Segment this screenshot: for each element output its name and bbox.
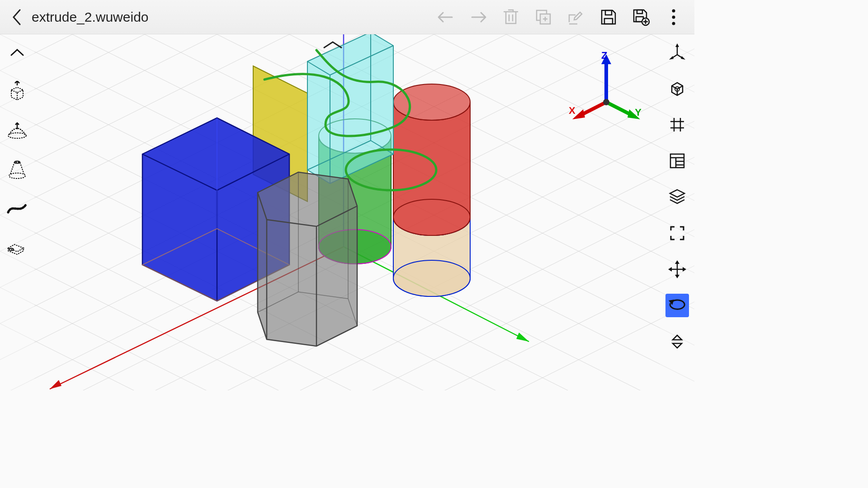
svg-rect-2 [604,19,613,24]
redo-button[interactable] [468,7,488,27]
extrude-icon [7,81,28,102]
left-toolbar [0,34,34,390]
undo-button[interactable] [436,7,456,27]
layers-panel-button[interactable] [665,149,689,173]
svg-marker-75 [675,275,679,278]
copy-icon [535,9,552,26]
cube-view-icon [668,80,686,98]
delete-button[interactable] [501,7,521,27]
arrow-left-icon [436,10,456,24]
axis-gizmo[interactable]: X Y Z [568,52,645,134]
svg-marker-47 [50,380,61,389]
menu-button[interactable] [664,7,684,27]
grid-toggle-button[interactable] [665,113,689,136]
pipe-tool[interactable] [5,235,29,258]
zoom-updown-icon [669,333,685,351]
extrude-tool[interactable] [5,80,29,103]
fullscreen-button[interactable] [665,221,689,245]
file-title: extrude_2.wuweido [32,9,436,25]
collapse-toolbar-button[interactable] [5,41,29,64]
loft-tool[interactable] [5,157,29,181]
back-button[interactable] [5,6,28,28]
rotate-icon [668,299,687,312]
axes-icon [668,43,686,61]
more-vert-icon [671,8,676,26]
pan-button[interactable] [665,258,689,281]
svg-rect-3 [605,10,612,15]
svg-marker-74 [675,260,679,264]
sweep-icon [6,199,28,217]
rotate-button[interactable] [665,294,689,317]
axis-label-x: X [569,105,576,117]
zoom-button[interactable] [665,330,689,353]
svg-point-64 [603,99,609,105]
layers-button[interactable] [665,185,689,209]
save-button[interactable] [599,7,618,27]
header: extrude_2.wuweido [0,0,694,34]
revolve-tool[interactable] [5,118,29,142]
save-as-button[interactable] [631,7,651,27]
svg-point-52 [393,260,470,296]
chevron-left-icon [12,8,22,26]
svg-marker-70 [669,56,674,60]
save-icon [600,9,617,26]
panel-icon [669,152,686,169]
svg-point-55 [393,84,470,120]
svg-point-66 [9,173,25,178]
svg-marker-69 [675,43,679,47]
svg-marker-76 [668,267,672,272]
svg-point-65 [8,133,26,138]
svg-rect-5 [637,10,642,14]
fullscreen-icon [669,225,685,241]
svg-point-8 [672,15,675,19]
axis-label-y: Y [635,107,642,118]
save-plus-icon [632,8,650,26]
pencil-icon [567,9,585,26]
svg-point-7 [672,9,675,12]
svg-point-9 [672,22,675,25]
svg-marker-71 [681,56,685,60]
trash-icon [502,8,519,26]
chevron-up-icon [9,48,25,57]
view-axes-button[interactable] [665,41,689,64]
pipe-icon [6,238,28,255]
edit-button[interactable] [566,7,586,27]
pan-icon [668,260,686,278]
arrow-right-icon [468,10,488,24]
right-toolbar [660,34,694,390]
viewport-3d[interactable]: X Y Z [0,34,694,390]
axis-label-z: Z [601,50,607,61]
shape-gray-hexagon [258,172,357,346]
loft-icon [7,159,28,179]
svg-marker-77 [683,267,686,272]
header-actions [436,7,689,27]
sweep-tool[interactable] [5,196,29,220]
view-cube-button[interactable] [665,77,689,100]
copy-button[interactable] [533,7,553,27]
grid-icon [669,116,686,133]
layers-icon [668,189,686,205]
revolve-icon [6,121,28,139]
